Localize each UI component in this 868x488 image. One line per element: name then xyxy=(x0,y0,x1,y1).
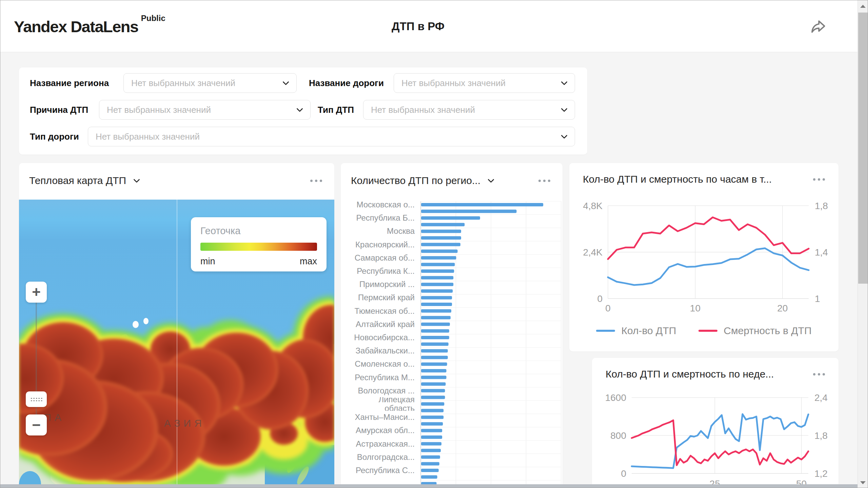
filter-select-cause[interactable]: Нет выбранных значений xyxy=(99,100,311,120)
map-label-asia: АЗИЯ xyxy=(164,418,205,429)
heatmap-panel-header: Тепловая карта ДТП xyxy=(19,163,334,198)
svg-text:2,4K: 2,4K xyxy=(583,247,603,258)
filters-card: Название региона Нет выбранных значений … xyxy=(19,67,587,155)
legend-item[interactable]: Смертность в ДТП xyxy=(698,325,811,337)
legend-item[interactable]: Кол-во ДТП xyxy=(596,325,676,337)
svg-text:1,8: 1,8 xyxy=(815,201,828,211)
chevron-down-icon xyxy=(560,132,569,141)
filter-label-road-type: Тип дороги xyxy=(30,127,79,146)
svg-text:1,4: 1,4 xyxy=(815,247,828,258)
weeks-line-chart[interactable]: 16002,48001,801,22550 xyxy=(592,358,839,488)
map-legend-title: Геоточка xyxy=(200,225,317,237)
legend-swatch xyxy=(596,330,615,332)
dashboard-screen: Yandex DataLensPublic ДТП в РФ Название … xyxy=(0,0,868,488)
chevron-down-icon xyxy=(281,79,290,87)
filter-placeholder: Нет выбранных значений xyxy=(131,78,235,88)
zoom-slider-handle[interactable] xyxy=(26,391,47,407)
svg-text:0: 0 xyxy=(621,468,626,479)
app-header: Yandex DataLensPublic ДТП в РФ xyxy=(0,0,858,52)
filter-select-type[interactable]: Нет выбранных значений xyxy=(363,100,575,120)
hours-chart-panel: Кол-во ДТП и смертность по часам в т... … xyxy=(569,163,839,351)
svg-text:20: 20 xyxy=(777,303,788,313)
heatmap-title: Тепловая карта ДТП xyxy=(29,175,126,186)
filter-label-cause: Причина ДТП xyxy=(30,100,88,120)
chevron-down-icon xyxy=(295,105,304,114)
hours-chart-legend: Кол-во ДТПСмертность в ДТП xyxy=(569,325,839,337)
share-icon[interactable] xyxy=(809,17,827,35)
drag-dots-icon xyxy=(30,397,42,402)
map-legend-gradient xyxy=(200,243,317,251)
logo-badge-public: Public xyxy=(141,14,165,23)
svg-text:1,2: 1,2 xyxy=(814,468,828,479)
chevron-down-icon[interactable] xyxy=(487,176,495,185)
filter-label-region: Название региона xyxy=(30,73,109,93)
logo-text: Yandex DataLens xyxy=(14,18,138,36)
scroll-up-arrow-icon[interactable] xyxy=(858,0,868,12)
map-legend: Геоточка min max xyxy=(191,217,327,271)
chevron-down-icon xyxy=(560,105,569,114)
regions-bar-panel: Количество ДТП по регио... Московская о.… xyxy=(341,163,563,488)
horizontal-scrollbar[interactable] xyxy=(0,484,858,488)
filter-select-road-name[interactable]: Нет выбранных значений xyxy=(394,73,575,93)
app-logo[interactable]: Yandex DataLensPublic xyxy=(14,17,163,36)
filter-placeholder: Нет выбранных значений xyxy=(401,78,506,88)
chevron-down-icon[interactable] xyxy=(132,176,141,185)
scroll-down-arrow-icon[interactable] xyxy=(858,477,868,488)
filter-label-type: Тип ДТП xyxy=(318,100,354,120)
regions-chart-title: Количество ДТП по регио... xyxy=(351,175,480,186)
filter-select-region[interactable]: Нет выбранных значений xyxy=(123,73,297,93)
filter-placeholder: Нет выбранных значений xyxy=(107,105,211,115)
dashboard-title: ДТП в РФ xyxy=(392,20,445,33)
heatmap-panel: Тепловая карта ДТП xyxy=(19,163,334,488)
heatmap-map[interactable]: ОПА АЗИЯ Геоточка min max + − xyxy=(19,200,334,488)
svg-text:1: 1 xyxy=(815,293,820,304)
regions-panel-header: Количество ДТП по регио... xyxy=(341,163,563,198)
svg-text:2,4: 2,4 xyxy=(814,392,828,403)
regions-bar-chart[interactable] xyxy=(341,200,563,488)
map-gridline xyxy=(177,200,177,488)
filter-placeholder: Нет выбранных значений xyxy=(96,131,200,142)
legend-label: Смертность в ДТП xyxy=(724,325,811,337)
panel-menu-icon[interactable] xyxy=(310,180,322,182)
svg-text:800: 800 xyxy=(610,430,626,441)
svg-text:1,8: 1,8 xyxy=(814,430,828,441)
filter-select-road-type[interactable]: Нет выбранных значений xyxy=(88,127,575,146)
zoom-in-button[interactable]: + xyxy=(26,282,47,303)
map-legend-min: min xyxy=(200,256,215,267)
svg-text:4,8K: 4,8K xyxy=(583,201,603,211)
filter-placeholder: Нет выбранных значений xyxy=(371,105,475,115)
svg-text:0: 0 xyxy=(605,303,611,313)
hours-line-chart[interactable]: 4,8K1,82,4K1,40101020 xyxy=(569,163,839,351)
chevron-down-icon xyxy=(560,79,569,87)
weeks-chart-panel: Кол-во ДТП и смертность по неде... 16002… xyxy=(592,358,839,488)
map-legend-max: max xyxy=(300,256,317,267)
legend-swatch xyxy=(698,330,717,332)
filter-label-road-name: Название дороги xyxy=(309,73,384,93)
svg-text:1600: 1600 xyxy=(605,392,626,403)
svg-text:10: 10 xyxy=(690,303,701,313)
vertical-scrollbar[interactable] xyxy=(857,0,868,488)
panel-menu-icon[interactable] xyxy=(538,180,550,182)
zoom-out-button[interactable]: − xyxy=(26,414,47,435)
legend-label: Кол-во ДТП xyxy=(621,325,676,337)
svg-text:0: 0 xyxy=(597,293,603,304)
vertical-scrollbar-thumb[interactable] xyxy=(858,13,868,284)
